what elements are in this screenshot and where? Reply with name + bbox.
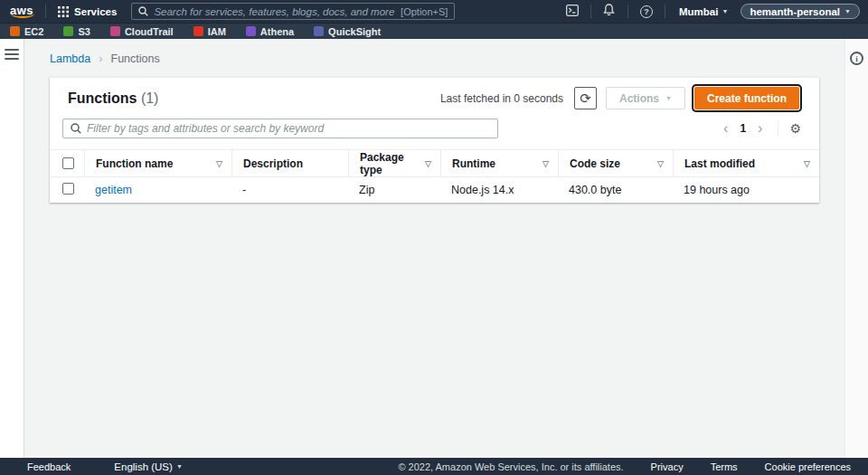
column-header-code-size[interactable]: Code size ▽: [558, 150, 673, 176]
preferences-gear-icon[interactable]: ⚙: [789, 122, 801, 135]
column-label: Code size: [570, 157, 620, 170]
column-header-function-name[interactable]: Function name ▽: [84, 150, 231, 176]
aws-logo[interactable]: aws: [8, 4, 37, 19]
cell-last-modified: 19 hours ago: [673, 184, 819, 196]
main-content: Lambda › Functions Functions (1) Last fe…: [24, 39, 844, 458]
filter-input[interactable]: [87, 122, 490, 135]
bell-icon: [603, 4, 615, 20]
cell-description: -: [231, 184, 348, 196]
search-icon: [71, 123, 87, 134]
account-name: hemanth-personal: [750, 6, 840, 17]
search-icon: [138, 6, 154, 16]
breadcrumb-current: Functions: [111, 52, 160, 65]
terms-link[interactable]: Terms: [711, 461, 738, 472]
column-header-package-type[interactable]: Package type ▽: [348, 150, 440, 176]
column-label: Runtime: [452, 157, 495, 170]
column-label: Package type: [360, 151, 425, 176]
favorite-ec2[interactable]: EC2: [10, 26, 43, 37]
divider: [778, 121, 778, 136]
chevron-down-icon: ▼: [844, 8, 851, 14]
notifications-button[interactable]: [599, 3, 619, 20]
actions-dropdown-button[interactable]: Actions ▼: [606, 87, 685, 109]
pagination: ‹ 1 › ⚙: [719, 121, 801, 136]
functions-table: Function name ▽ Description Package type…: [50, 149, 819, 203]
favorite-quicksight[interactable]: QuickSight: [314, 26, 381, 37]
cell-runtime: Node.js 14.x: [440, 184, 558, 196]
cloudshell-button[interactable]: [562, 3, 582, 20]
column-header-description[interactable]: Description: [231, 150, 348, 176]
copyright-text: © 2022, Amazon Web Services, Inc. or its…: [398, 461, 623, 472]
column-header-last-modified[interactable]: Last modified ▽: [673, 150, 819, 176]
favorite-athena[interactable]: Athena: [246, 26, 294, 37]
favorite-label: Athena: [260, 26, 294, 37]
row-checkbox[interactable]: [62, 183, 74, 195]
side-navigation-collapsed: [0, 39, 24, 458]
favorite-label: QuickSight: [328, 26, 381, 37]
column-header-runtime[interactable]: Runtime ▽: [440, 150, 558, 176]
global-search-input[interactable]: [154, 6, 401, 17]
global-search-box[interactable]: [Option+S]: [131, 3, 455, 20]
table-header-row: Function name ▽ Description Package type…: [50, 150, 819, 176]
sort-icon[interactable]: ▽: [657, 159, 664, 168]
next-page-icon[interactable]: ›: [753, 121, 767, 136]
previous-page-icon[interactable]: ‹: [719, 121, 732, 136]
functions-count: (1): [141, 90, 159, 106]
last-fetched-status: Last fetched in 0 seconds: [440, 92, 563, 105]
page-number[interactable]: 1: [736, 122, 750, 135]
favorite-iam[interactable]: IAM: [193, 26, 226, 37]
filter-search-box[interactable]: [62, 119, 498, 138]
services-menu-button[interactable]: Services: [54, 6, 120, 17]
sort-icon[interactable]: ▽: [804, 159, 810, 168]
language-label: English (US): [114, 461, 173, 472]
cell-function-name: getitem: [84, 184, 231, 196]
athena-service-icon: [246, 26, 256, 36]
region-selector[interactable]: Mumbai ▼: [674, 6, 733, 17]
breadcrumb-lambda-link[interactable]: Lambda: [50, 52, 90, 65]
cloudshell-terminal-icon: [566, 4, 579, 20]
question-mark-icon: ?: [640, 5, 653, 18]
favorites-bar: EC2 S3 CloudTrail IAM Athena QuickSight: [0, 23, 868, 39]
cookie-preferences-link[interactable]: Cookie preferences: [765, 461, 851, 472]
privacy-link[interactable]: Privacy: [651, 461, 684, 472]
favorite-cloudtrail[interactable]: CloudTrail: [110, 26, 174, 37]
functions-card: Functions (1) Last fetched in 0 seconds …: [50, 77, 819, 203]
services-label: Services: [74, 6, 117, 17]
select-all-checkbox[interactable]: [62, 157, 74, 169]
sort-icon[interactable]: ▽: [542, 159, 549, 168]
menu-hamburger-icon[interactable]: [5, 49, 19, 60]
ec2-service-icon: [10, 26, 20, 36]
info-icon[interactable]: i: [850, 52, 863, 65]
language-selector[interactable]: English (US) ▼: [108, 461, 188, 472]
favorite-label: EC2: [24, 26, 43, 37]
refresh-icon: ⟳: [580, 91, 591, 105]
favorite-s3[interactable]: S3: [63, 26, 90, 37]
help-button[interactable]: ?: [637, 3, 656, 20]
row-select-cell: [50, 183, 84, 197]
chevron-down-icon: ▼: [665, 95, 672, 101]
sort-icon[interactable]: ▽: [425, 159, 431, 168]
iam-service-icon: [193, 26, 203, 36]
table-row: getitem - Zip Node.js 14.x 430.0 byte 19…: [50, 176, 819, 203]
function-name-link[interactable]: getitem: [95, 184, 132, 196]
select-all-cell: [50, 150, 84, 176]
functions-heading: Functions: [68, 90, 137, 106]
nav-divider: [665, 5, 665, 18]
nav-divider: [627, 5, 628, 18]
chevron-right-icon: ›: [99, 52, 102, 65]
refresh-button[interactable]: ⟳: [574, 87, 597, 109]
column-label: Function name: [96, 157, 173, 170]
column-label: Last modified: [684, 157, 755, 170]
cell-code-size: 430.0 byte: [558, 184, 673, 196]
account-menu[interactable]: hemanth-personal ▼: [741, 4, 860, 19]
create-function-button[interactable]: Create function: [694, 87, 799, 109]
quicksight-service-icon: [314, 26, 324, 36]
feedback-link[interactable]: Feedback: [27, 461, 71, 472]
footer-bar: Feedback English (US) ▼ © 2022, Amazon W…: [0, 458, 868, 475]
sort-icon[interactable]: ▽: [216, 159, 222, 168]
region-label: Mumbai: [679, 6, 718, 17]
favorite-label: IAM: [208, 26, 226, 37]
actions-label: Actions: [619, 92, 659, 105]
s3-service-icon: [63, 26, 73, 36]
cell-package-type: Zip: [348, 184, 440, 196]
favorite-label: CloudTrail: [125, 26, 174, 37]
